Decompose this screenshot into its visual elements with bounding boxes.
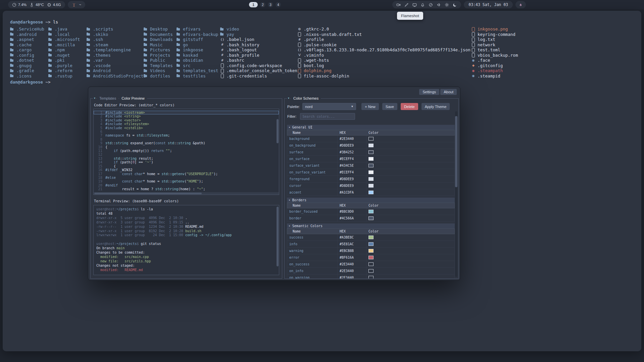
color-row[interactable]: on_surface#ECEFF4 — [287, 156, 455, 162]
scrollbar-thumb[interactable] — [277, 119, 279, 143]
workspace-4[interactable]: 4 — [276, 2, 281, 7]
new-palette-button[interactable]: + New — [361, 103, 379, 110]
moon-icon[interactable] — [453, 3, 457, 7]
color-swatch[interactable] — [368, 164, 374, 167]
editor-line: 17 const char* home = std::getenv("USERP… — [94, 172, 279, 176]
file-grid: .ServiceHub.android.aspnet.cache.cargo.c… — [10, 27, 641, 80]
color-row[interactable]: border_focused#88C0D0 — [287, 208, 455, 215]
file-name: .nixos-unstab.draft.txt — [304, 32, 362, 37]
tab-color-schemes[interactable]: Color Schemes — [291, 96, 321, 101]
settings-button[interactable]: Settings — [419, 89, 439, 95]
workspace-2[interactable]: 2 — [260, 2, 265, 7]
file-icon — [297, 43, 302, 47]
color-swatch[interactable] — [368, 191, 374, 194]
editor-horizontal-scrollbar[interactable] — [94, 192, 279, 195]
shell-icon: # — [220, 53, 225, 57]
about-button[interactable]: About — [440, 89, 457, 95]
color-swatch[interactable] — [368, 177, 374, 181]
folder-icon — [48, 58, 53, 62]
color-swatch[interactable] — [368, 236, 374, 239]
color-row[interactable]: cursor#D8DEE9 — [287, 183, 455, 189]
section-collapse-icon[interactable]: ▾ — [289, 224, 290, 227]
color-swatch[interactable] — [368, 216, 374, 220]
color-swatch[interactable] — [368, 256, 374, 259]
color-swatch[interactable] — [368, 137, 374, 141]
workspace-3[interactable]: 3 — [268, 2, 273, 7]
sun-icon[interactable] — [445, 3, 449, 7]
color-row[interactable]: on_info#2E3440 — [287, 268, 455, 274]
file-name: Videos — [150, 68, 165, 73]
color-row[interactable]: on_background#D8DEE9 — [287, 142, 455, 149]
file-name: Projects — [150, 53, 170, 58]
color-swatch[interactable] — [368, 184, 374, 188]
color-row[interactable]: on_success#2E3440 — [287, 261, 455, 268]
file-icon — [297, 32, 302, 36]
color-swatch[interactable] — [368, 210, 374, 213]
file-name: .var — [93, 58, 103, 63]
color-row[interactable]: background#2E3440 — [287, 136, 455, 142]
color-row[interactable]: foreground#D8DEE9 — [287, 176, 455, 183]
file-name: .emulator_console_auth_token — [227, 68, 297, 73]
file-name: dotfiles — [150, 73, 170, 79]
color-swatch[interactable] — [368, 170, 374, 174]
color-swatch[interactable] — [368, 150, 374, 154]
speaker-icon[interactable] — [437, 3, 441, 7]
workspace-1[interactable]: 1 — [249, 2, 258, 7]
file-name: Documents — [150, 32, 173, 37]
flameshot-tray-icon[interactable] — [518, 3, 523, 7]
pane-collapse-icon[interactable]: ▾ — [93, 96, 96, 101]
brush-icon[interactable] — [404, 3, 409, 7]
screencast-icon[interactable] — [412, 3, 417, 7]
terminal-vertical-scrollbar[interactable] — [277, 206, 279, 272]
apply-theme-button[interactable]: Apply Theme — [422, 103, 450, 110]
color-row[interactable]: surface#3B4252 — [287, 149, 455, 156]
filter-input[interactable] — [300, 113, 355, 120]
file-item: log.txt — [471, 37, 518, 42]
palette-select[interactable]: nord ▼ — [302, 103, 356, 110]
color-swatch[interactable] — [368, 249, 374, 253]
delete-button[interactable]: Delete — [401, 103, 418, 110]
save-button[interactable]: Save — [382, 103, 397, 110]
file-name: .scripts — [93, 27, 113, 32]
pane-scrollbar[interactable] — [455, 111, 457, 277]
scrollbar-thumb[interactable] — [277, 207, 279, 266]
section-header[interactable]: ▾General UI — [287, 125, 455, 130]
color-row[interactable]: on_warning#2E3440 — [287, 274, 455, 279]
line-number: 14 — [94, 160, 102, 164]
color-row[interactable]: surface_variant#434C5E — [287, 162, 455, 169]
editor-vertical-scrollbar[interactable] — [277, 110, 279, 192]
file-name: .ssh — [93, 37, 103, 42]
pane-collapse-icon[interactable]: ▾ — [287, 96, 290, 101]
color-swatch[interactable] — [368, 242, 374, 246]
color-swatch[interactable] — [368, 269, 374, 273]
color-swatch[interactable] — [368, 144, 374, 147]
color-swatch[interactable] — [368, 262, 374, 266]
file-item: dolphin.png — [297, 68, 470, 73]
tab-templates[interactable]: Templates — [97, 96, 118, 101]
tab-color-preview[interactable]: Color Preview — [119, 96, 147, 101]
folder-icon — [10, 32, 14, 36]
file-item: .themes — [87, 53, 146, 58]
section-header[interactable]: ▾Semantic Colors — [287, 223, 455, 228]
color-swatch[interactable] — [368, 157, 374, 161]
color-row[interactable]: border#4C566A — [287, 215, 455, 222]
scrollbar-thumb[interactable] — [94, 193, 202, 194]
systray[interactable] — [515, 1, 526, 8]
pointer-off-icon[interactable] — [429, 3, 433, 7]
section-collapse-icon[interactable]: ▾ — [289, 199, 290, 202]
section-header[interactable]: ▾Borders — [287, 198, 455, 203]
color-row[interactable]: on_surface_variant#ECEFF4 — [287, 169, 455, 176]
camera-icon[interactable] — [396, 3, 401, 7]
color-row[interactable]: error#BF616A — [287, 254, 455, 261]
scrollbar-thumb[interactable] — [455, 116, 457, 187]
file-item: .local — [48, 32, 80, 37]
color-row[interactable]: success#A3BE8C — [287, 234, 455, 241]
bell-icon[interactable] — [420, 3, 425, 7]
color-row[interactable]: accent#A1CDFA — [287, 189, 455, 196]
cpu-gauge-icon — [12, 3, 16, 7]
file-item: testfiles — [177, 73, 218, 79]
color-row[interactable]: warning#EBCB8B — [287, 248, 455, 254]
section-collapse-icon[interactable]: ▾ — [289, 126, 290, 129]
color-swatch[interactable] — [368, 276, 374, 279]
color-row[interactable]: info#5E81AC — [287, 241, 455, 248]
